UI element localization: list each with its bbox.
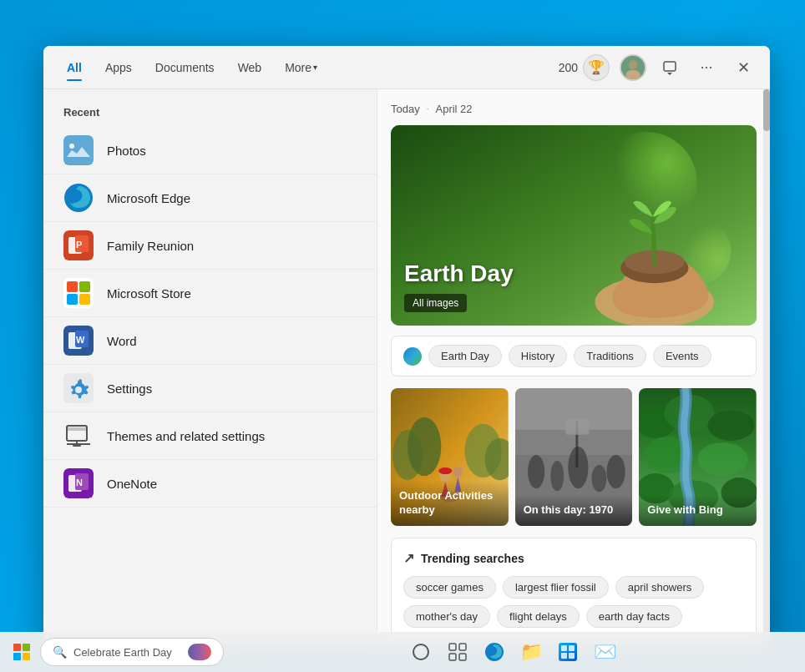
svg-point-64: [708, 411, 755, 441]
taskbar-edge-button[interactable]: [479, 637, 509, 667]
svg-rect-15: [79, 281, 90, 292]
right-panel-wrap: Today · April 22: [377, 89, 770, 647]
trending-tag-1[interactable]: largest flier fossil: [503, 576, 609, 599]
score-value: 200: [559, 61, 578, 74]
more-label: More: [285, 61, 311, 74]
svg-point-54: [550, 461, 564, 491]
trending-section: ↗ Trending searches soccer games largest…: [391, 538, 757, 640]
mini-card-outdoor[interactable]: Outdoor Activities nearby: [391, 388, 509, 526]
sidebar-item-themes[interactable]: Themes and related settings: [43, 412, 377, 460]
taskbar-explorer-button[interactable]: 📁: [516, 637, 546, 667]
close-icon[interactable]: ✕: [730, 54, 757, 81]
right-panel: Today · April 22: [377, 89, 770, 647]
mini-cards: Outdoor Activities nearby: [391, 388, 757, 526]
svg-point-23: [75, 387, 82, 393]
svg-rect-4: [664, 62, 676, 71]
earth-day-icon: [403, 347, 422, 366]
svg-rect-17: [79, 294, 90, 305]
start-menu-window: All Apps Documents Web More ▾ 200 🏆: [43, 46, 770, 647]
tab-all[interactable]: All: [57, 56, 92, 79]
all-images-button[interactable]: All images: [404, 294, 467, 312]
taskbar-search-text: Celebrate Earth Day: [73, 646, 181, 659]
tag-traditions[interactable]: Traditions: [574, 345, 646, 367]
svg-point-66: [698, 442, 748, 476]
tag-events[interactable]: Events: [653, 345, 711, 367]
hero-title: Earth Day: [404, 260, 743, 287]
trending-icon: ↗: [403, 550, 414, 566]
svg-point-42: [408, 417, 441, 476]
win-sq-2: [23, 644, 30, 651]
settings-icon: [63, 373, 94, 403]
taskbar-search-icon: 🔍: [53, 645, 67, 659]
win-sq-4: [23, 653, 30, 660]
sidebar-item-family-reunion[interactable]: P Family Reunion: [43, 222, 377, 270]
svg-rect-70: [449, 644, 456, 650]
today-header: Today · April 22: [391, 103, 757, 115]
trending-tag-0[interactable]: soccer games: [403, 576, 496, 599]
mini-card-bing[interactable]: Give with Bing: [639, 388, 757, 526]
tab-more[interactable]: More ▾: [275, 56, 327, 79]
title-bar: All Apps Documents Web More ▾ 200 🏆: [43, 46, 770, 89]
taskbar: 🔍 Celebrate Earth Day: [0, 632, 805, 672]
bing-label: Give with Bing: [639, 495, 757, 526]
onenote-icon: N: [63, 468, 94, 498]
tab-documents[interactable]: Documents: [145, 56, 225, 79]
widgets-icon: [448, 643, 467, 661]
win-sq-1: [13, 644, 21, 651]
trending-tag-3[interactable]: mother's day: [403, 605, 490, 628]
folder-icon: 📁: [520, 641, 543, 663]
taskbar-store-icon: [559, 643, 577, 661]
bing-logo: [188, 644, 211, 660]
taskbar-center: 📁 ✉️: [227, 637, 798, 667]
tab-apps[interactable]: Apps: [95, 56, 142, 79]
svg-point-3: [629, 60, 638, 69]
sidebar-item-store[interactable]: Microsoft Store: [43, 270, 377, 317]
svg-rect-72: [449, 654, 456, 660]
svg-rect-5: [63, 135, 94, 165]
sidebar-item-photos[interactable]: Photos: [43, 127, 377, 174]
search-circle-icon: [413, 644, 429, 660]
date-label: April 22: [435, 103, 472, 115]
family-reunion-label: Family Reunion: [107, 239, 194, 253]
sidebar-item-word[interactable]: W Word: [43, 317, 377, 365]
svg-rect-60: [565, 420, 589, 435]
start-button[interactable]: [7, 637, 37, 667]
svg-point-34: [595, 132, 696, 234]
svg-rect-71: [459, 644, 466, 650]
svg-point-53: [528, 455, 544, 488]
tag-earth-day[interactable]: Earth Day: [428, 345, 502, 367]
trending-tag-2[interactable]: april showers: [615, 576, 705, 599]
trending-tag-5[interactable]: earth day facts: [586, 605, 682, 628]
taskbar-widgets-button[interactable]: [443, 637, 473, 667]
sidebar-item-settings[interactable]: Settings: [43, 365, 377, 412]
store-label: Microsoft Store: [107, 286, 191, 301]
avatar[interactable]: [620, 54, 646, 81]
hero-overlay: Earth Day All images: [391, 247, 757, 326]
nav-tabs: All Apps Documents Web More ▾: [57, 56, 559, 79]
edge-label: Microsoft Edge: [107, 191, 190, 205]
sidebar-item-edge[interactable]: Microsoft Edge: [43, 174, 377, 222]
powerpoint-icon: P: [63, 230, 94, 260]
sidebar-item-onenote[interactable]: N OneNote: [43, 460, 377, 508]
panel-scrollbar[interactable]: [763, 89, 770, 647]
onenote-label: OneNote: [107, 477, 157, 491]
taskbar-store-button[interactable]: [553, 637, 583, 667]
photos-icon: [63, 135, 94, 165]
taskbar-search-bar[interactable]: 🔍 Celebrate Earth Day: [40, 638, 224, 666]
tab-web[interactable]: Web: [228, 56, 272, 79]
score-display: 200 🏆: [559, 54, 610, 81]
tag-history[interactable]: History: [509, 345, 567, 367]
svg-text:N: N: [76, 477, 83, 488]
svg-rect-73: [459, 654, 466, 660]
trending-tags: soccer games largest flier fossil april …: [403, 576, 744, 628]
feedback-icon[interactable]: [656, 54, 683, 81]
today-label: Today: [391, 103, 420, 115]
panel-scrollbar-thumb[interactable]: [763, 89, 770, 131]
trending-label: Trending searches: [421, 552, 524, 565]
mini-card-historical[interactable]: On this day: 1970: [515, 388, 633, 526]
taskbar-mail-button[interactable]: ✉️: [590, 637, 620, 667]
hero-card[interactable]: Earth Day All images: [391, 125, 757, 326]
taskbar-search-circle-button[interactable]: [406, 637, 436, 667]
trending-tag-4[interactable]: flight delays: [497, 605, 580, 628]
more-options-icon[interactable]: ···: [693, 54, 720, 81]
